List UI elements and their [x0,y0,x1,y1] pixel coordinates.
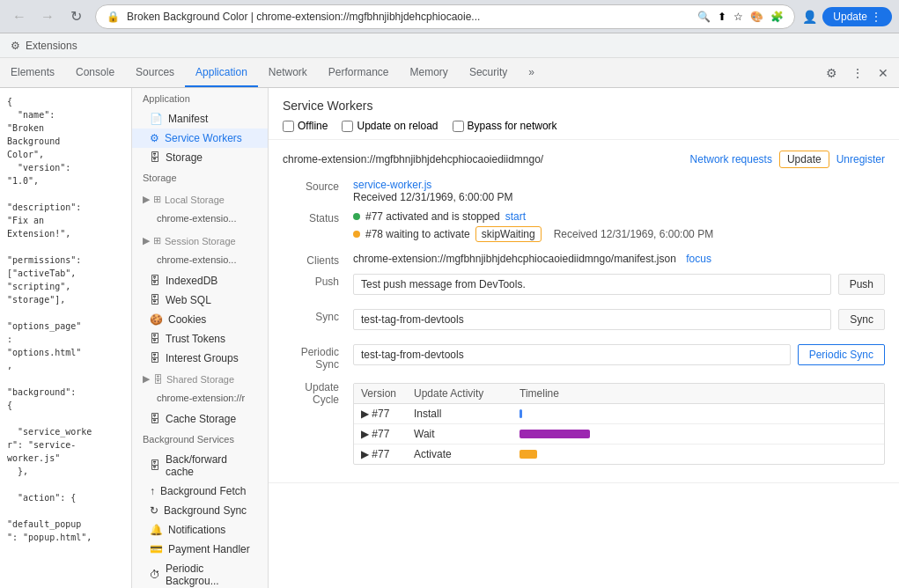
status-label: Status [283,212,353,224]
sidebar-session-storage[interactable]: ▶ ⊞ Session Storage [132,230,268,252]
sw-panel-title: Service Workers [283,99,885,113]
offline-checkbox[interactable]: Offline [283,120,328,132]
nav-buttons: ← → ↻ [7,4,88,29]
sidebar-session-storage-group: ▶ ⊞ Session Storage chrome-extensio... [132,230,268,268]
tab-performance[interactable]: Performance [318,58,400,87]
update-on-reload-input[interactable] [342,121,353,132]
update-row-activate: ▶ #77 Activate [354,445,884,464]
interest-groups-icon: 🗄 [150,352,160,364]
back-button[interactable]: ← [7,4,32,29]
update-table: Version Update Activity Timeline ▶ #77 I… [353,383,885,465]
focus-link[interactable]: focus [686,253,711,265]
periodic-sync-button[interactable]: Periodic Sync [798,344,885,365]
sidebar-shared-storage[interactable]: ▶ 🗄 Shared Storage [132,368,268,390]
sidebar-session-storage-child[interactable]: chrome-extensio... [132,252,268,268]
person-icon[interactable]: 👤 [802,10,817,24]
unregister-link[interactable]: Unregister [836,153,885,165]
tab-sources[interactable]: Sources [125,58,185,87]
tab-network[interactable]: Network [258,58,318,87]
push-label: Push [283,276,353,288]
clients-label: Clients [283,254,353,267]
network-requests-link[interactable]: Network requests [690,153,772,165]
update-col-activity-header: Update Activity [407,384,512,403]
activity-wait: Wait [407,424,512,444]
sidebar-shared-storage-child[interactable]: chrome-extension://r [132,390,268,406]
sw-source-value: service-worker.js Received 12/31/1969, 6… [353,179,885,203]
storage-icon: 🗄 [150,151,160,164]
expand-icon: ▶ [143,373,150,385]
tab-more[interactable]: » [518,58,545,87]
devtools-sidebar: Application 📄 Manifest ⚙ Service Workers… [132,88,269,588]
sw-update-cycle-row: Update Cycle Version Update Activity Tim… [283,379,885,465]
sidebar-web-sql[interactable]: 🗄 Web SQL [132,290,268,310]
push-button[interactable]: Push [838,274,885,295]
timeline-install [512,406,884,422]
wait-bar [520,430,590,438]
update-cycle-label: Update Cycle [283,381,353,406]
sw-update-button[interactable]: Update [779,151,829,168]
sw-options: Offline Update on reload Bypass for netw… [283,120,885,132]
sw-entry-actions: Network requests Update Unregister [690,151,885,168]
bypass-for-network-checkbox[interactable]: Bypass for network [453,120,557,132]
devtools-close-button[interactable]: ✕ [874,62,892,84]
activity-install: Install [407,404,512,423]
extensions-gear-icon: ⚙ [11,40,20,52]
refresh-button[interactable]: ↻ [63,4,88,29]
sidebar-payment-handler[interactable]: 💳 Payment Handler [132,540,268,559]
devtools-more-button[interactable]: ⋮ [848,62,867,84]
expand-icon: ▶ [143,194,150,205]
offline-checkbox-input[interactable] [283,121,294,132]
sidebar-item-service-workers[interactable]: ⚙ Service Workers [132,129,268,148]
trust-tokens-icon: 🗄 [150,333,160,345]
sw-entry-header: chrome-extension://mgfbhnjibhjdehcphioca… [283,151,885,168]
tab-console[interactable]: Console [65,58,125,87]
sidebar-notifications[interactable]: 🔔 Notifications [132,520,268,540]
push-input[interactable] [353,274,831,295]
start-link[interactable]: start [505,210,526,223]
devtools-body: { "name": "Broken Background Color", "ve… [0,88,899,588]
sw-source-row: Source service-worker.js Received 12/31/… [283,179,885,203]
sidebar-back-forward-cache[interactable]: 🗄 Back/forward cache [132,450,268,481]
sidebar-item-manifest[interactable]: 📄 Manifest [132,109,268,129]
session-storage-icon: ⊞ [153,235,161,246]
update-button[interactable]: Update ⋮ [822,7,892,26]
sidebar-bg-services-section: Background Services [132,429,268,450]
sidebar-cookies[interactable]: 🍪 Cookies [132,310,268,329]
sidebar-storage-section: Storage [132,167,268,188]
update-on-reload-checkbox[interactable]: Update on reload [342,120,438,132]
cache-storage-icon: 🗄 [150,413,160,425]
sidebar-bg-sync[interactable]: ↻ Background Sync [132,501,268,520]
source-link[interactable]: service-worker.js [353,179,431,191]
sync-button[interactable]: Sync [838,309,885,330]
tab-security[interactable]: Security [459,58,518,87]
periodic-sync-input[interactable] [353,344,791,365]
sidebar-local-storage-child[interactable]: chrome-extensio... [132,210,268,226]
sidebar-bg-fetch[interactable]: ↑ Background Fetch [132,481,268,501]
sidebar-cache-storage[interactable]: 🗄 Cache Storage [132,409,268,429]
sidebar-indexed-db[interactable]: 🗄 IndexedDB [132,271,268,290]
sidebar-trust-tokens[interactable]: 🗄 Trust Tokens [132,329,268,349]
tab-application[interactable]: Application [185,58,258,87]
back-forward-icon: 🗄 [150,459,160,472]
tab-memory[interactable]: Memory [400,58,459,87]
sidebar-periodic-bg[interactable]: ⏱ Periodic Backgrou... [132,559,268,588]
bypass-for-network-input[interactable] [453,121,464,132]
periodic-sync-label: Periodic Sync [283,346,353,371]
puzzle-icon: 🧩 [770,11,784,23]
address-bar[interactable]: 🔒 Broken Background Color | chrome-exten… [95,4,795,29]
address-text: Broken Background Color | chrome-extensi… [127,11,690,23]
forward-button[interactable]: → [35,4,60,29]
bg-fetch-icon: ↑ [150,485,155,497]
sync-input[interactable] [353,309,831,330]
sidebar-local-storage-group: ▶ ⊞ Local Storage chrome-extensio... [132,188,268,226]
sidebar-interest-groups[interactable]: 🗄 Interest Groups [132,349,268,368]
sw-panel-header: Service Workers Offline Update on reload [269,88,899,140]
tab-elements[interactable]: Elements [0,58,65,87]
sidebar-app-section: Application [132,88,268,109]
browser-actions: 👤 Update ⋮ [802,7,892,26]
color-icon: 🎨 [750,11,763,23]
skip-waiting-button[interactable]: skipWaiting [475,226,542,242]
sidebar-local-storage[interactable]: ▶ ⊞ Local Storage [132,188,268,210]
sidebar-item-storage[interactable]: 🗄 Storage [132,148,268,167]
devtools-settings-button[interactable]: ⚙ [822,62,841,84]
